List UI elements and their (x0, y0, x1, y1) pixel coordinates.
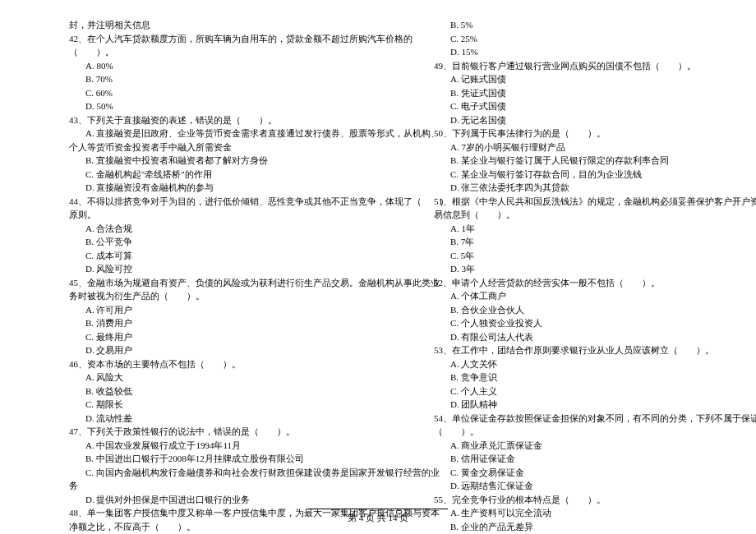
option: A. 许可用户 (23, 303, 368, 317)
option: B. 5% (388, 18, 733, 32)
option: D. 50% (23, 99, 368, 113)
option: B. 宜接融资中投资者和融资者都了解对方身份 (23, 154, 368, 168)
footer-rule (308, 509, 448, 509)
option: B. 竞争意识 (388, 371, 733, 384)
question-42-blank: （ ）。 (23, 45, 368, 59)
option: B. 7年 (388, 235, 733, 249)
question-49: 49、目前银行客户通过银行营业网点购买的国债不包括（ ）。 (388, 59, 733, 73)
option: C. 金融机构起"牵线搭桥"的作用 (23, 168, 368, 182)
option: B. 信用证保证金 (388, 452, 733, 466)
option: A. 合法合规 (23, 222, 368, 236)
option-wrap: 个人等货币资金投资者手中融入所需资金 (23, 140, 368, 154)
question-50: 50、下列属于民事法律行为的是（ ）。 (388, 127, 733, 140)
option: C. 期限长 (23, 398, 368, 412)
option: B. 中国进出口银行于2008年12月挂牌成立股份有限公司 (23, 452, 368, 466)
question-51: 51、根据《中华人民共和国反洗钱法》的规定，金融机构必须妥善保护客户开户资料及客… (388, 195, 733, 209)
left-column: 封，并注明相关信息 42、在个人汽车贷款额度方面，所购车辆为自用车的，贷款金额不… (23, 18, 368, 534)
option: B. 某企业与银行签订属于人民银行限定的存款利率合同 (388, 154, 733, 168)
option: B. 合伙企业合伙人 (388, 303, 733, 317)
option: C. 5年 (388, 249, 733, 263)
option: A. 中国农业发展银行成立于1994年11月 (23, 439, 368, 453)
option: C. 25% (388, 32, 733, 46)
option: D. 流动性差 (23, 412, 368, 426)
question-44-wrap: 原则。 (23, 208, 368, 222)
question-53: 53、在工作中，团结合作原则要求银行业从业人员应该树立（ ）。 (388, 343, 733, 357)
question-47: 47、下列关于政策性银行的说法中，错误的是（ ）。 (23, 425, 368, 439)
option: A. 1年 (388, 222, 733, 236)
continuation-text: 封，并注明相关信息 (23, 18, 368, 32)
option: D. 远期结售汇保证金 (388, 479, 733, 493)
option: D. 直接融资没有金融机构的参与 (23, 181, 368, 195)
option: A. 80% (23, 59, 368, 73)
question-43: 43、下列关于直接融资的表述，错误的是（ ）。 (23, 113, 368, 127)
option: B. 收益较低 (23, 384, 368, 398)
option: D. 交易用户 (23, 343, 368, 357)
question-45-wrap: 务时被视为衍生产品的（ ）。 (23, 289, 368, 303)
page-footer: 第 4 页 共 14 页 (0, 509, 756, 525)
question-46: 46、资本市场的主要特点不包括（ ）。 (23, 357, 368, 371)
option: A. 人文关怀 (388, 357, 733, 371)
option: C. 电子式国债 (388, 99, 733, 113)
question-54: 54、单位保证金存款按照保证金担保的对象不同，有不同的分类，下列不属于保证金存款… (388, 412, 733, 426)
option: C. 60% (23, 86, 368, 100)
option: B. 公平竞争 (23, 235, 368, 249)
option: B. 凭证式国债 (388, 86, 733, 100)
option: C. 最终用户 (23, 330, 368, 344)
option: A. 记账式国债 (388, 72, 733, 86)
option: B. 70% (23, 72, 368, 86)
option-wrap: 务 (23, 479, 368, 493)
option: D. 提供对外担保是中国进出口银行的业务 (23, 493, 368, 507)
option: D. 团队精神 (388, 398, 733, 412)
question-54-wrap: （ ）。 (388, 425, 733, 439)
option: D. 张三依法委托李四为其贷款 (388, 181, 733, 195)
question-45: 45、金融市场为规避自有资产、负债的风险或为获利进行衍生产品交易。金融机构从事此… (23, 276, 368, 290)
right-column: B. 5% C. 25% D. 15% 49、目前银行客户通过银行营业网点购买的… (388, 18, 733, 534)
option: C. 个人独资企业投资人 (388, 316, 733, 330)
question-52: 52、申请个人经营贷款的经营实体一般不包括（ ）。 (388, 276, 733, 290)
option: C. 黄金交易保证金 (388, 466, 733, 480)
option: D. 无记名国债 (388, 113, 733, 127)
option: C. 某企业与银行签订存款合同，目的为企业洗钱 (388, 168, 733, 182)
option: A. 7岁的小明买银行理财产品 (388, 140, 733, 154)
option: A. 商业承兑汇票保证金 (388, 439, 733, 453)
option: C. 个人主义 (388, 384, 733, 398)
option: C. 成本可算 (23, 249, 368, 263)
option: D. 有限公司法人代表 (388, 330, 733, 344)
option: A. 直接融资是旧政府、企业等货币资金需求者直接通过发行债券、股票等形式，从机构… (23, 127, 368, 140)
question-42: 42、在个人汽车贷款额度方面，所购车辆为自用车的，贷款金额不超过所购汽车价格的 (23, 32, 368, 46)
option: A. 风险大 (23, 371, 368, 384)
option: B. 消费用户 (23, 316, 368, 330)
question-44: 44、不得以排挤竞争对手为目的，进行低价倾销、恶性竞争或其他不正当竞争，体现了（… (23, 195, 368, 209)
question-55: 55、完全竞争行业的根本特点是（ ）。 (388, 493, 733, 507)
question-51-wrap: 易信息到（ ）。 (388, 208, 733, 222)
option: C. 向国内金融机构发行金融债券和向社会发行财政担保建设债券是国家开发银行经营的… (23, 466, 368, 480)
option: D. 3年 (388, 262, 733, 276)
option: D. 风险可控 (23, 262, 368, 276)
option: A. 个体工商户 (388, 289, 733, 303)
page-number: 第 4 页 共 14 页 (348, 513, 408, 522)
page-body: 封，并注明相关信息 42、在个人汽车贷款额度方面，所购车辆为自用车的，贷款金额不… (0, 0, 756, 534)
option: D. 15% (388, 45, 733, 59)
